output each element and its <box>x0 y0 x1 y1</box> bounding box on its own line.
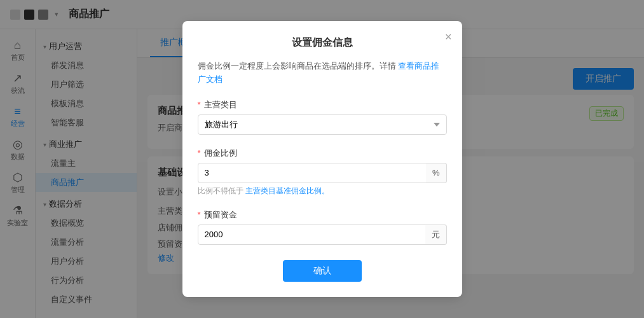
confirm-button[interactable]: 确认 <box>283 260 362 282</box>
form-item-reserve: * 预留资金 元 <box>198 209 447 245</box>
required-star-category: * <box>198 100 201 109</box>
dialog-set-commission: 设置佣金信息 × 佣金比例一定程度上会影响商品在选品端的排序。详情 查看商品推广… <box>182 21 462 297</box>
form-item-commission: * 佣金比例 % 比例不得低于 主营类目基准佣金比例。 <box>198 148 447 197</box>
required-star-commission: * <box>198 148 201 158</box>
form-label-reserve: * 预留资金 <box>198 209 447 221</box>
form-item-category: * 主营类目 旅游出行 餐饮美食 服饰鞋包 数码家电 <box>198 99 447 135</box>
close-icon[interactable]: × <box>445 31 452 43</box>
form-label-commission: * 佣金比例 <box>198 148 447 159</box>
dialog-footer: 确认 <box>198 260 447 282</box>
form-label-category: * 主营类目 <box>198 99 447 111</box>
reserve-input[interactable] <box>198 225 430 245</box>
commission-input-row: % <box>198 163 447 183</box>
commission-hint: 比例不得低于 主营类目基准佣金比例。 <box>198 186 447 197</box>
required-star-reserve: * <box>198 210 201 219</box>
form-row-category: 旅游出行 餐饮美食 服饰鞋包 数码家电 <box>198 114 447 135</box>
modal-overlay: 设置佣金信息 × 佣金比例一定程度上会影响商品在选品端的排序。详情 查看商品推广… <box>0 0 644 318</box>
dialog-title: 设置佣金信息 <box>198 36 447 50</box>
commission-hint-link[interactable]: 主营类目基准佣金比例。 <box>245 186 329 195</box>
reserve-input-row: 元 <box>198 225 447 245</box>
commission-input[interactable] <box>198 163 431 183</box>
category-select[interactable]: 旅游出行 餐饮美食 服饰鞋包 数码家电 <box>198 114 447 135</box>
dialog-desc: 佣金比例一定程度上会影响商品在选品端的排序。详情 查看商品推广文档 <box>198 60 447 86</box>
reserve-unit: 元 <box>425 225 447 245</box>
commission-unit: % <box>426 163 447 183</box>
